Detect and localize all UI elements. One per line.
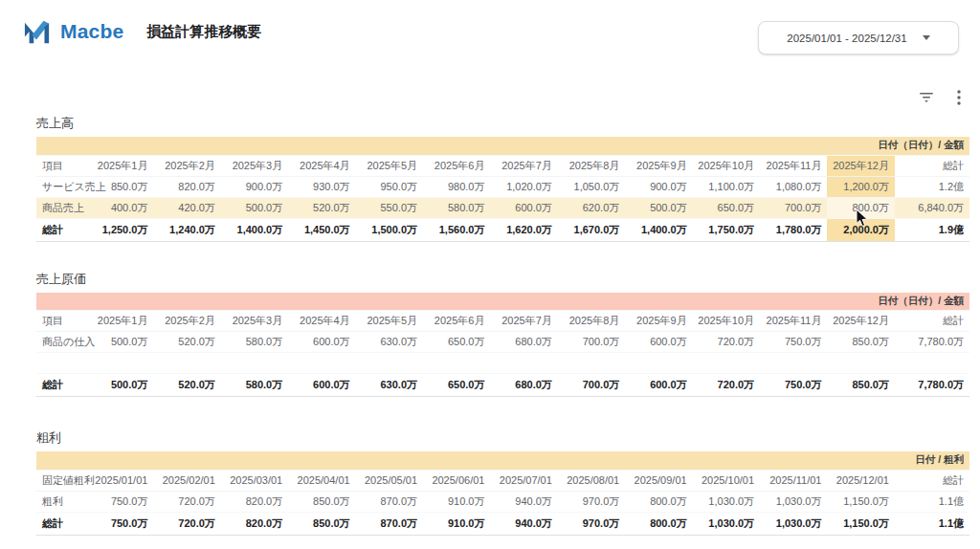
data-cell[interactable]: 800.0万 [827,197,895,218]
data-cell[interactable]: 1,050.0万 [558,176,625,197]
data-cell[interactable]: 1,030.0万 [760,491,827,512]
data-cell[interactable]: 800.0万 [625,491,692,512]
data-cell[interactable]: 980.0万 [423,176,490,197]
data-cell [86,353,153,374]
data-cell[interactable]: 1,100.0万 [693,176,760,197]
data-cell[interactable]: 500.0万 [625,197,692,218]
total-data-cell: 580.0万 [221,374,288,397]
data-cell[interactable]: 520.0万 [288,197,355,218]
data-cell [490,353,557,374]
total-data-cell: 940.0万 [490,512,557,535]
data-cell[interactable]: 820.0万 [153,176,220,197]
data-cell[interactable]: 400.0万 [86,197,153,218]
total-data-cell: 1,780.0万 [760,218,827,241]
column-header: 2025/05/01 [356,470,423,491]
data-cell[interactable]: 1,020.0万 [490,176,557,197]
data-cell[interactable]: 970.0万 [558,491,625,512]
row-total-cell[interactable]: 1.2億 [895,176,969,197]
total-data-cell: 1,400.0万 [625,218,692,241]
data-cell[interactable]: 600.0万 [490,197,557,218]
row-total-cell[interactable]: 1.1億 [895,491,969,512]
data-cell [356,353,423,374]
data-cell[interactable]: 850.0万 [288,491,355,512]
data-cell[interactable]: 1,200.0万 [827,176,895,197]
row-label[interactable]: サービス売上 [36,176,86,197]
data-cell[interactable]: 620.0万 [558,197,625,218]
total-data-cell: 1,620.0万 [490,218,557,241]
data-cell[interactable]: 700.0万 [558,332,625,353]
data-cell[interactable]: 910.0万 [423,491,490,512]
total-data-cell: 850.0万 [288,512,355,535]
row-header: 項目 [36,155,86,176]
data-cell[interactable]: 900.0万 [221,176,288,197]
row-label[interactable]: 商品の仕入 [36,332,86,353]
column-header: 2025年9月 [625,311,692,332]
column-header: 2025/12/01 [827,470,894,491]
data-cell[interactable]: 820.0万 [221,491,288,512]
data-cell[interactable]: 720.0万 [153,491,220,512]
data-cell [625,353,692,374]
data-cell [693,353,760,374]
total-data-cell: 720.0万 [153,512,220,535]
data-cell[interactable]: 850.0万 [827,332,895,353]
column-header: 2025/11/01 [760,470,827,491]
data-cell[interactable]: 1,150.0万 [827,491,894,512]
brand-name: Macbe [60,20,123,43]
column-header: 2025年7月 [490,311,557,332]
column-header: 2025/01/01 [86,470,153,491]
date-range-value: 2025/01/01 - 2025/12/31 [787,33,906,44]
data-cell [288,353,355,374]
filter-button[interactable] [916,87,937,108]
data-cell[interactable]: 500.0万 [221,197,288,218]
row-label[interactable]: 商品売上 [36,197,86,218]
data-cell[interactable]: 550.0万 [356,197,423,218]
filter-icon [919,91,934,104]
data-cell[interactable]: 950.0万 [356,176,423,197]
total-data-cell: 1,250.0万 [86,218,153,241]
data-cell[interactable]: 680.0万 [490,332,557,353]
total-data-cell: 750.0万 [86,512,153,535]
row-total-cell[interactable]: 6,840.0万 [895,197,969,218]
grand-total-cell: 1.1億 [895,512,969,535]
data-cell[interactable]: 700.0万 [760,197,827,218]
grand-total-cell: 7,780.0万 [895,374,969,397]
chart-menu-button[interactable] [948,87,969,108]
data-cell[interactable]: 750.0万 [760,332,827,353]
data-cell[interactable]: 420.0万 [153,197,220,218]
data-cell[interactable]: 630.0万 [356,332,423,353]
data-cell[interactable]: 1,030.0万 [693,491,760,512]
date-range-selector[interactable]: 2025/01/01 - 2025/12/31 [758,21,959,55]
column-header: 2025年7月 [490,155,557,176]
total-row-label: 総計 [36,374,86,397]
data-cell[interactable]: 1,080.0万 [760,176,827,197]
data-cell[interactable]: 650.0万 [693,197,760,218]
data-cell[interactable]: 520.0万 [153,332,220,353]
data-cell [221,353,288,374]
total-data-cell: 1,670.0万 [558,218,625,241]
data-cell[interactable]: 600.0万 [625,332,692,353]
data-cell[interactable]: 720.0万 [693,332,760,353]
column-header: 2025年5月 [356,155,423,176]
data-cell[interactable]: 650.0万 [423,332,490,353]
total-data-cell: 1,030.0万 [693,512,760,535]
column-header: 2025年1月 [86,311,153,332]
row-total-cell[interactable]: 7,780.0万 [895,332,969,353]
total-data-cell: 720.0万 [693,374,760,397]
total-data-cell: 1,030.0万 [760,512,827,535]
data-cell[interactable]: 870.0万 [356,491,423,512]
total-column-header: 総計 [895,155,969,176]
data-cell[interactable]: 750.0万 [86,491,153,512]
row-total-cell [895,353,969,374]
data-cell[interactable]: 580.0万 [221,332,288,353]
data-cell[interactable]: 600.0万 [288,332,355,353]
column-header: 2025年3月 [221,155,288,176]
data-cell[interactable]: 900.0万 [625,176,692,197]
column-header: 2025年5月 [356,311,423,332]
row-label[interactable]: 粗利 [36,491,86,512]
data-cell[interactable]: 940.0万 [490,491,557,512]
data-cell[interactable]: 580.0万 [423,197,490,218]
column-header: 2025年11月 [760,311,827,332]
data-cell[interactable]: 930.0万 [288,176,355,197]
data-cell[interactable]: 500.0万 [86,332,153,353]
total-column-header: 総計 [895,311,969,332]
